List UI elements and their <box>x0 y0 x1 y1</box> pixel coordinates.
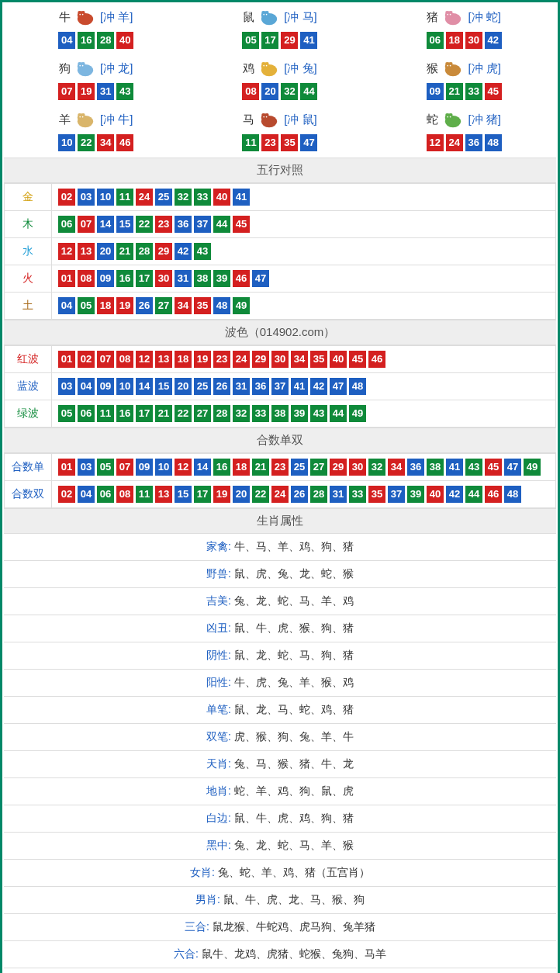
number-cell: 23 <box>213 351 230 368</box>
number-cell: 29 <box>252 351 269 368</box>
svg-point-39 <box>81 113 85 116</box>
zodiac-numbers: 04162840 <box>4 32 188 49</box>
number-cell: 25 <box>194 378 211 395</box>
number-cell: 32 <box>368 459 385 476</box>
attr-row: 凶丑: 鼠、牛、虎、猴、狗、猪 <box>4 615 556 642</box>
number-cell: 34 <box>175 297 192 314</box>
number-cell: 04 <box>78 378 95 395</box>
number-cell: 39 <box>407 486 424 503</box>
heshu-numbers: 0204060811131517192022242628313335373940… <box>52 481 556 508</box>
number-cell: 08 <box>242 83 259 100</box>
zodiac-name: 蛇 <box>427 113 438 127</box>
number-cell: 36 <box>252 378 269 395</box>
zodiac-name: 鼠 <box>243 10 254 25</box>
attr-row: 吉美: 兔、龙、蛇、马、羊、鸡 <box>4 588 556 615</box>
number-cell: 35 <box>281 134 298 151</box>
svg-point-3 <box>81 11 85 14</box>
zodiac-name: 猪 <box>427 10 438 25</box>
wuxing-label: 金 <box>5 184 52 211</box>
table-row: 金02031011242532334041 <box>5 184 556 211</box>
attr-row: 六合: 鼠牛、龙鸡、虎猪、蛇猴、兔狗、马羊 <box>4 941 556 968</box>
number-cell: 19 <box>78 83 95 100</box>
bose-label: 绿波 <box>5 400 52 428</box>
attr-value: 鼠、牛、虎、龙、马、猴、狗 <box>223 893 365 905</box>
number-cell: 09 <box>427 83 444 100</box>
svg-point-53 <box>450 116 451 118</box>
zodiac-cell: 狗[冲 龙]07193143 <box>4 55 188 106</box>
number-cell: 44 <box>300 83 317 100</box>
number-cell: 15 <box>155 378 172 395</box>
zodiac-numbers: 10223446 <box>4 134 188 151</box>
ox-icon <box>72 7 99 27</box>
wuxing-label: 水 <box>5 238 52 265</box>
wuxing-label: 土 <box>5 293 52 320</box>
svg-point-20 <box>78 62 81 65</box>
main-container: 牛[冲 羊]04162840鼠[冲 马]05172941猪[冲 蛇]061830… <box>0 0 560 973</box>
number-cell: 32 <box>233 405 250 422</box>
svg-point-22 <box>79 65 81 67</box>
number-cell: 08 <box>78 270 95 287</box>
zodiac-cell: 羊[冲 牛]10223446 <box>4 106 188 158</box>
zodiac-cell: 猴[冲 虎]09213345 <box>372 55 556 106</box>
number-cell: 34 <box>291 351 308 368</box>
wuxing-numbers: 04051819262734354849 <box>52 293 556 320</box>
number-cell: 18 <box>446 32 463 49</box>
zodiac-clash: [冲 龙] <box>100 61 133 76</box>
attr-value: 鼠、龙、蛇、马、狗、猪 <box>234 649 354 661</box>
number-cell: 38 <box>271 405 289 422</box>
svg-point-2 <box>78 11 81 14</box>
zodiac-clash: [冲 猪] <box>468 113 501 127</box>
number-cell: 39 <box>291 405 308 422</box>
number-cell: 02 <box>78 351 95 368</box>
zodiac-numbers: 06183042 <box>372 32 556 49</box>
number-cell: 41 <box>446 459 463 476</box>
table-row: 火0108091617303138394647 <box>5 265 556 293</box>
number-cell: 39 <box>213 270 230 287</box>
attr-label: 地肖: <box>206 784 234 797</box>
heshu-label: 合数单 <box>5 454 52 481</box>
number-cell: 41 <box>233 189 250 206</box>
number-cell: 06 <box>97 486 114 503</box>
attr-label: 六合: <box>174 947 202 960</box>
number-cell: 44 <box>465 486 482 503</box>
svg-point-51 <box>450 113 453 116</box>
wuxing-header: 五行对照 <box>4 158 556 183</box>
attr-row: 白边: 鼠、牛、虎、鸡、狗、猪 <box>4 805 556 833</box>
number-cell: 10 <box>58 134 75 151</box>
zodiac-name: 鸡 <box>243 61 254 76</box>
number-cell: 04 <box>78 486 95 503</box>
number-cell: 40 <box>116 32 133 49</box>
number-cell: 21 <box>446 83 463 100</box>
number-cell: 49 <box>233 297 250 314</box>
number-cell: 04 <box>58 297 75 314</box>
number-cell: 03 <box>78 459 95 476</box>
number-cell: 19 <box>213 486 230 503</box>
number-cell: 22 <box>136 216 153 233</box>
attr-value: 鼠龙猴、牛蛇鸡、虎马狗、兔羊猪 <box>213 920 375 933</box>
table-row: 蓝波03040910141520252631363741424748 <box>5 373 556 400</box>
pig-icon <box>440 7 466 27</box>
dog-icon <box>72 58 99 78</box>
number-cell: 03 <box>58 378 75 395</box>
svg-point-23 <box>82 65 84 67</box>
number-cell: 17 <box>136 405 153 422</box>
zodiac-grid: 牛[冲 羊]04162840鼠[冲 马]05172941猪[冲 蛇]061830… <box>4 4 556 158</box>
attr-value: 鼠、牛、虎、鸡、狗、猪 <box>234 812 354 824</box>
number-cell: 15 <box>116 216 133 233</box>
number-cell: 37 <box>194 216 211 233</box>
number-cell: 43 <box>116 83 133 100</box>
number-cell: 29 <box>330 459 347 476</box>
zodiac-numbers: 08203244 <box>188 83 372 100</box>
wuxing-numbers: 02031011242532334041 <box>52 184 556 211</box>
svg-point-40 <box>79 116 81 118</box>
number-cell: 45 <box>349 351 366 368</box>
zodiac-header: 鼠[冲 马] <box>188 7 372 27</box>
number-cell: 24 <box>271 486 289 503</box>
wuxing-table: 金02031011242532334041木060714152223363744… <box>4 183 556 320</box>
number-cell: 40 <box>427 486 444 503</box>
number-cell: 30 <box>349 459 366 476</box>
svg-point-4 <box>79 14 81 16</box>
number-cell: 14 <box>97 216 114 233</box>
number-cell: 46 <box>368 351 385 368</box>
attr-label: 阳性: <box>206 676 234 688</box>
